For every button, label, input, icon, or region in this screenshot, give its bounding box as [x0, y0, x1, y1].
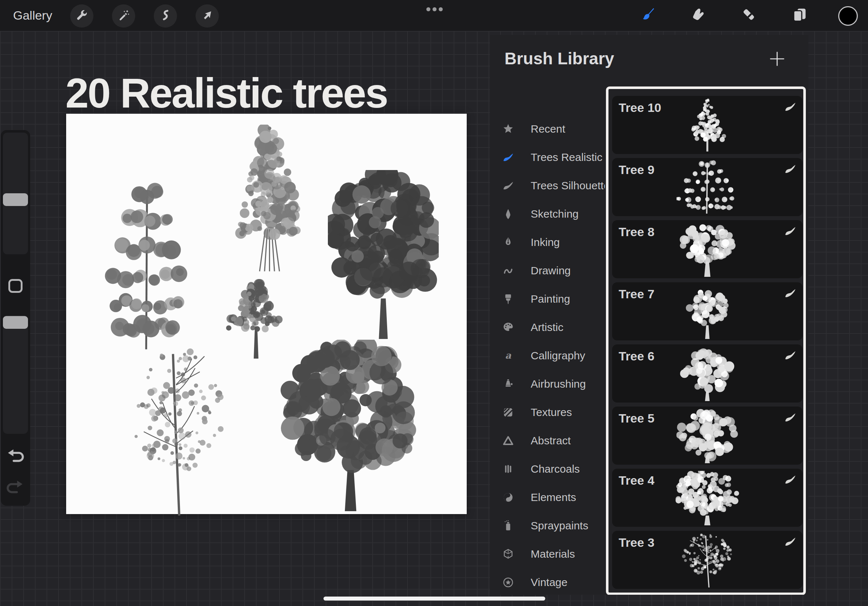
add-brush-button[interactable] — [769, 51, 786, 68]
star-icon — [502, 123, 514, 135]
opacity-slider[interactable] — [3, 315, 28, 434]
ellipsis-icon — [426, 7, 443, 11]
home-indicator[interactable] — [324, 597, 545, 601]
brush-thumbnail — [680, 532, 735, 587]
spray-can-icon — [502, 519, 514, 532]
pencil-icon — [502, 208, 514, 220]
adjustments-button[interactable] — [112, 5, 135, 28]
brush-stroke-icon — [783, 224, 797, 238]
sidebar-item-elements[interactable]: Elements — [490, 483, 610, 512]
brush-size-slider-handle[interactable] — [3, 193, 28, 206]
brush-stroke-icon — [783, 162, 797, 175]
gallery-button[interactable]: Gallery — [13, 0, 52, 31]
sidebar-item-airbrushing[interactable]: Airbrushing — [490, 370, 610, 398]
category-label: Spraypaints — [531, 512, 605, 540]
actions-button[interactable] — [70, 5, 93, 28]
charcoal-bars-icon — [502, 463, 514, 475]
brush-row-tree-9[interactable]: Tree 9 — [612, 158, 803, 216]
brush-name: Tree 9 — [618, 163, 654, 177]
opacity-slider-handle[interactable] — [3, 316, 28, 329]
calligraphy-icon: a — [502, 349, 514, 362]
brush-stroke-icon — [783, 100, 797, 113]
layers-button[interactable] — [789, 5, 811, 26]
paintbrush-icon — [502, 293, 514, 305]
smudge-tool-button[interactable] — [687, 5, 709, 26]
pine-tree-drawing — [104, 182, 190, 354]
brush-library-title: Brush Library — [505, 49, 614, 68]
modify-button[interactable] — [8, 279, 23, 293]
category-label: Vintage — [531, 568, 605, 595]
sidebar-item-painting[interactable]: Painting — [490, 285, 610, 313]
sidebar-item-trees-silhouette[interactable]: Trees Silhouette — [490, 172, 610, 200]
category-label: Textures — [531, 398, 605, 427]
brush-name: Tree 8 — [618, 225, 654, 239]
cedar-tree-drawing — [234, 125, 305, 276]
svg-text:a: a — [505, 350, 512, 361]
canvas-artboard[interactable] — [66, 114, 467, 514]
more-options-button[interactable] — [422, 3, 447, 15]
category-label: Airbrushing — [531, 370, 605, 398]
sidebar-item-trees-realistic[interactable]: Trees Realistic — [490, 143, 610, 172]
sidebar-item-inking[interactable]: Inking — [490, 228, 610, 257]
paint-tool-button[interactable] — [637, 5, 659, 26]
sidebar-item-drawing[interactable]: Drawing — [490, 257, 610, 285]
brush-sidebar — [1, 130, 30, 506]
sidebar-item-sketching[interactable]: Sketching — [490, 200, 610, 228]
brush-name: Tree 6 — [618, 349, 654, 363]
brush-row-tree-7[interactable]: Tree 7 — [612, 282, 803, 340]
sidebar-item-charcoals[interactable]: Charcoals — [490, 455, 610, 483]
vintage-star-icon — [502, 576, 514, 589]
brush-row-tree-8[interactable]: Tree 8 — [612, 220, 803, 278]
color-swatch-button[interactable] — [838, 6, 858, 26]
selection-icon — [159, 9, 172, 23]
pen-nib-icon — [502, 236, 514, 249]
sidebar-item-abstract[interactable]: Abstract — [490, 427, 610, 455]
plus-icon — [769, 51, 786, 69]
sidebar-item-materials[interactable]: Materials — [490, 540, 610, 568]
category-label: Drawing — [531, 257, 605, 285]
brush-thumbnail — [674, 470, 741, 526]
category-label: Elements — [531, 483, 605, 512]
brush-stroke-icon — [783, 535, 797, 548]
top-toolbar: Gallery — [0, 0, 868, 31]
cube-icon — [502, 548, 514, 560]
brush-stroke-icon — [783, 411, 797, 424]
transform-button[interactable] — [195, 5, 219, 28]
category-label: Calligraphy — [531, 342, 605, 370]
category-label: Charcoals — [531, 455, 605, 483]
brush-thumbnail — [676, 159, 738, 215]
sidebar-item-artistic[interactable]: Artistic — [490, 313, 610, 342]
brush-row-tree-3[interactable]: Tree 3 — [612, 531, 803, 589]
category-label: Painting — [531, 285, 605, 313]
sidebar-item-vintage[interactable]: Vintage — [490, 568, 610, 595]
sidebar-item-calligraphy[interactable]: aCalligraphy — [490, 342, 610, 370]
brush-row-tree-4[interactable]: Tree 4 — [612, 469, 803, 527]
sidebar-item-textures[interactable]: Textures — [490, 398, 610, 427]
category-label: Sketching — [531, 200, 605, 228]
airbrush-icon — [502, 378, 514, 390]
transform-arrow-icon — [201, 9, 214, 23]
brush-thumbnail — [680, 284, 735, 339]
procreate-app: 20 Realistic trees Gallery — [0, 0, 868, 606]
palette-icon — [502, 321, 514, 334]
brush-name: Tree 7 — [618, 287, 654, 301]
brush-thumbnail — [676, 408, 738, 463]
redo-button[interactable] — [5, 478, 25, 498]
brush-stroke-icon — [502, 179, 514, 192]
oak-tree-drawing — [328, 170, 439, 340]
brush-name: Tree 5 — [618, 411, 654, 425]
brush-name: Tree 4 — [618, 473, 654, 488]
sidebar-item-spraypaints[interactable]: Spraypaints — [490, 512, 610, 540]
brush-icon — [639, 6, 656, 24]
brush-name: Tree 10 — [618, 100, 661, 115]
brush-row-tree-10[interactable]: Tree 10 — [612, 96, 803, 154]
category-label: Materials — [531, 540, 605, 568]
undo-button[interactable] — [5, 447, 25, 467]
brush-row-tree-5[interactable]: Tree 5 — [612, 407, 803, 465]
selection-button[interactable] — [154, 5, 177, 28]
brush-row-tree-6[interactable]: Tree 6 — [612, 345, 803, 402]
sidebar-item-recent[interactable]: Recent — [490, 115, 610, 143]
brush-stroke-icon — [783, 287, 797, 300]
undo-arrow-icon — [6, 447, 25, 467]
eraser-tool-button[interactable] — [738, 5, 760, 26]
